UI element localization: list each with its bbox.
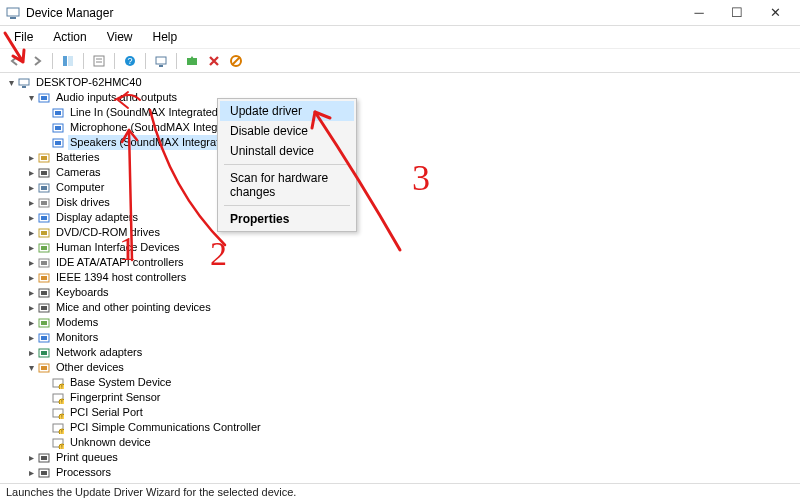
tree-item[interactable]: !PCI Serial Port: [6, 405, 800, 420]
tree-item-label[interactable]: Computer: [54, 180, 106, 195]
tree-root[interactable]: ▾ DESKTOP-62HMC40: [6, 75, 800, 90]
tree-item-label[interactable]: Audio inputs and outputs: [54, 90, 179, 105]
help-icon[interactable]: ?: [121, 52, 139, 70]
tree-item-label[interactable]: Monitors: [54, 330, 100, 345]
tree-item-label[interactable]: IEEE 1394 host controllers: [54, 270, 188, 285]
tree-item-label[interactable]: PCI Serial Port: [68, 405, 145, 420]
close-button[interactable]: ✕: [756, 2, 794, 24]
chevron-right-icon[interactable]: ▸: [26, 225, 37, 240]
tree-item[interactable]: ▸Display adapters: [6, 210, 800, 225]
minimize-button[interactable]: ─: [680, 2, 718, 24]
ctx-uninstall-device[interactable]: Uninstall device: [220, 141, 354, 161]
root-label[interactable]: DESKTOP-62HMC40: [34, 75, 144, 90]
chevron-right-icon[interactable]: ▸: [26, 465, 37, 480]
maximize-button[interactable]: ☐: [718, 2, 756, 24]
menu-file[interactable]: File: [6, 28, 41, 46]
chevron-right-icon[interactable]: ▸: [26, 195, 37, 210]
chevron-right-icon[interactable]: ▸: [26, 300, 37, 315]
tree-item[interactable]: ▸Monitors: [6, 330, 800, 345]
tree-item[interactable]: !Unknown device: [6, 435, 800, 450]
ieee-icon: [37, 271, 51, 284]
tree-item[interactable]: Line In (SoundMAX Integrated Digital HD …: [6, 105, 800, 120]
back-icon[interactable]: [6, 52, 24, 70]
tree-item-label[interactable]: Mice and other pointing devices: [54, 300, 213, 315]
tree-item[interactable]: ▸IDE ATA/ATAPI controllers: [6, 255, 800, 270]
properties-icon[interactable]: [90, 52, 108, 70]
menu-action[interactable]: Action: [45, 28, 94, 46]
ctx-disable-device[interactable]: Disable device: [220, 121, 354, 141]
disk-icon: [37, 196, 51, 209]
svg-text:!: !: [61, 444, 62, 449]
tree-item-label[interactable]: Base System Device: [68, 375, 173, 390]
chevron-right-icon[interactable]: ▸: [26, 315, 37, 330]
tree-item[interactable]: !Fingerprint Sensor: [6, 390, 800, 405]
tree-item[interactable]: ▸Disk drives: [6, 195, 800, 210]
tree-item-label[interactable]: Cameras: [54, 165, 103, 180]
tree-item-label[interactable]: Processors: [54, 465, 113, 480]
tree-item-label[interactable]: Modems: [54, 315, 100, 330]
tree-item-label[interactable]: Display adapters: [54, 210, 140, 225]
tree-item-label[interactable]: IDE ATA/ATAPI controllers: [54, 255, 186, 270]
tree-item[interactable]: ▸Mice and other pointing devices: [6, 300, 800, 315]
menu-view[interactable]: View: [99, 28, 141, 46]
tree-item[interactable]: ▸Batteries: [6, 150, 800, 165]
chevron-right-icon[interactable]: ▸: [26, 255, 37, 270]
tree-item[interactable]: ▸Cameras: [6, 165, 800, 180]
tree-item[interactable]: Microphone (SoundMAX Integrated Digital …: [6, 120, 800, 135]
tree-item[interactable]: ▸Print queues: [6, 450, 800, 465]
tree-item[interactable]: !PCI Simple Communications Controller: [6, 420, 800, 435]
chevron-down-icon[interactable]: ▾: [6, 75, 17, 90]
menu-help[interactable]: Help: [145, 28, 186, 46]
tree-item-label[interactable]: Human Interface Devices: [54, 240, 182, 255]
tree-item[interactable]: Speakers (SoundMAX Integrated Digital HD…: [6, 135, 800, 150]
chevron-down-icon[interactable]: ▾: [26, 90, 37, 105]
chevron-down-icon[interactable]: ▾: [26, 360, 37, 375]
tree-item-label[interactable]: Other devices: [54, 360, 126, 375]
chevron-right-icon[interactable]: ▸: [26, 240, 37, 255]
show-hide-tree-icon[interactable]: [59, 52, 77, 70]
tree-item[interactable]: ▾Other devices: [6, 360, 800, 375]
tree-item[interactable]: ▸DVD/CD-ROM drives: [6, 225, 800, 240]
tree-item-label[interactable]: Print queues: [54, 450, 120, 465]
tree-item[interactable]: ▸Network adapters: [6, 345, 800, 360]
chevron-right-icon[interactable]: ▸: [26, 345, 37, 360]
chevron-right-icon[interactable]: ▸: [26, 480, 37, 483]
tree-item[interactable]: ▸Human Interface Devices: [6, 240, 800, 255]
chevron-right-icon[interactable]: ▸: [26, 270, 37, 285]
svg-rect-45: [41, 306, 47, 310]
tree-item-label[interactable]: Unknown device: [68, 435, 153, 450]
chevron-right-icon[interactable]: ▸: [26, 210, 37, 225]
tree-item[interactable]: ▸Processors: [6, 465, 800, 480]
tree-item-label[interactable]: DVD/CD-ROM drives: [54, 225, 162, 240]
chevron-right-icon[interactable]: ▸: [26, 450, 37, 465]
tree-item[interactable]: ▸IEEE 1394 host controllers: [6, 270, 800, 285]
tree-item[interactable]: ▸Keyboards: [6, 285, 800, 300]
tree-item-label[interactable]: Keyboards: [54, 285, 111, 300]
ctx-update-driver[interactable]: Update driver: [220, 101, 354, 121]
statusbar: Launches the Update Driver Wizard for th…: [0, 483, 800, 500]
disable-icon[interactable]: [227, 52, 245, 70]
tree-item-label[interactable]: Batteries: [54, 150, 101, 165]
device-tree[interactable]: ▾ DESKTOP-62HMC40 ▾Audio inputs and outp…: [0, 73, 800, 483]
tree-item-label[interactable]: Fingerprint Sensor: [68, 390, 163, 405]
tree-item[interactable]: ▸Computer: [6, 180, 800, 195]
tree-item-label[interactable]: Network adapters: [54, 345, 144, 360]
chevron-right-icon[interactable]: ▸: [26, 165, 37, 180]
ctx-scan-hardware[interactable]: Scan for hardware changes: [220, 168, 354, 202]
tree-item[interactable]: !Base System Device: [6, 375, 800, 390]
tree-item[interactable]: ▾Audio inputs and outputs: [6, 90, 800, 105]
update-driver-icon[interactable]: [183, 52, 201, 70]
chevron-right-icon[interactable]: ▸: [26, 330, 37, 345]
tree-item-label[interactable]: Disk drives: [54, 195, 112, 210]
titlebar: Device Manager ─ ☐ ✕: [0, 0, 800, 26]
ctx-properties[interactable]: Properties: [220, 209, 354, 229]
chevron-right-icon[interactable]: ▸: [26, 150, 37, 165]
chevron-right-icon[interactable]: ▸: [26, 180, 37, 195]
tree-item[interactable]: ▸Modems: [6, 315, 800, 330]
scan-hardware-icon[interactable]: [152, 52, 170, 70]
chevron-right-icon[interactable]: ▸: [26, 285, 37, 300]
tree-item-label[interactable]: PCI Simple Communications Controller: [68, 420, 263, 435]
tree-item-label[interactable]: SD host adapters: [54, 480, 143, 483]
uninstall-icon[interactable]: [205, 52, 223, 70]
forward-icon[interactable]: [28, 52, 46, 70]
